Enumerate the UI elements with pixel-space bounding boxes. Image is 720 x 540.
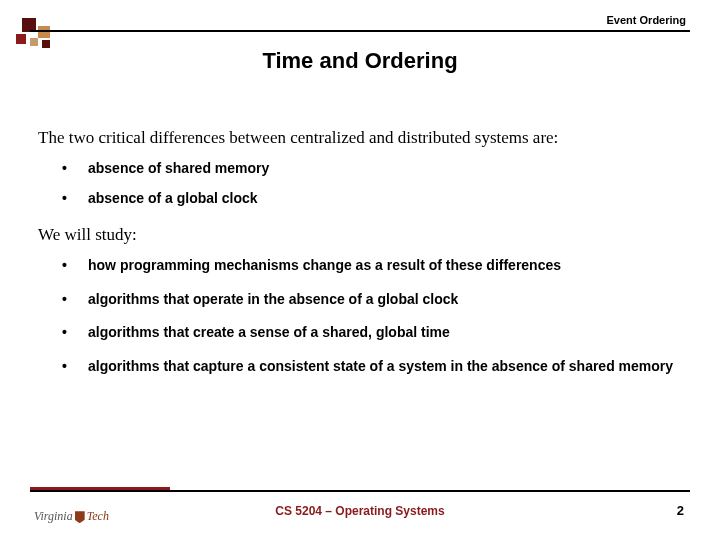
list-item: how programming mechanisms change as a r…: [62, 257, 690, 275]
section2-intro: We will study:: [38, 225, 690, 245]
slide-title: Time and Ordering: [0, 48, 720, 74]
footer-course: CS 5204 – Operating Systems: [0, 504, 720, 518]
header-divider: [30, 30, 690, 32]
section2-list: how programming mechanisms change as a r…: [62, 257, 690, 375]
footer-divider: [30, 490, 690, 492]
list-item: algorithms that capture a consistent sta…: [62, 358, 690, 376]
header-topic: Event Ordering: [607, 14, 686, 26]
list-item: algorithms that operate in the absence o…: [62, 291, 690, 309]
list-item: algorithms that create a sense of a shar…: [62, 324, 690, 342]
list-item: absence of a global clock: [62, 190, 690, 208]
section1-intro: The two critical differences between cen…: [38, 128, 690, 148]
page-number: 2: [677, 503, 684, 518]
slide-content: The two critical differences between cen…: [38, 128, 690, 393]
list-item: absence of shared memory: [62, 160, 690, 178]
section1-list: absence of shared memory absence of a gl…: [62, 160, 690, 207]
